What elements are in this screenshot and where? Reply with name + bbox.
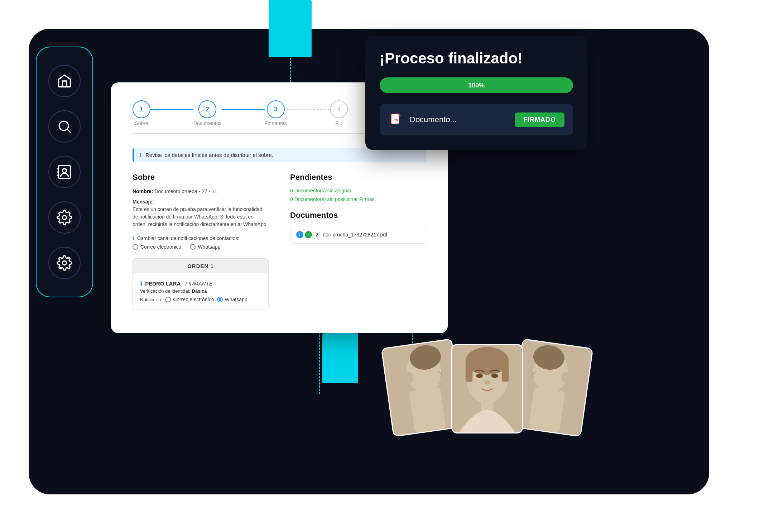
left-column: Sobre Nombre: Documento prueba - 27 - 11…: [133, 173, 269, 310]
cyan-decoration-top: [269, 0, 312, 57]
step-3-label: Firmantes: [265, 120, 287, 126]
dashed-line-bottom-left: [319, 322, 320, 394]
home-icon: [57, 73, 72, 89]
order-body: ℹ PEDRO LARA - FIRMANTE Verificación de …: [133, 273, 268, 310]
step-3: 3 Firmantes: [265, 100, 287, 126]
step-2: 2 Documentos: [193, 100, 222, 126]
progress-bar-fill: 100%: [380, 77, 573, 93]
face-silhouette-center: [452, 345, 522, 432]
sidebar-item-contacts[interactable]: [48, 156, 81, 188]
doc-item: ℹ ✓ 2 - doc-prueba_1732728217.pdf: [290, 226, 426, 244]
global-notif-radio-group: Correo electrónico Whatsapp: [133, 244, 269, 250]
doc-row-left: PDF Documento...: [388, 112, 457, 128]
doc-icons: ℹ ✓: [296, 231, 312, 238]
signed-doc-row: PDF Documento... FIRMADO: [380, 104, 573, 135]
step-1: 1 Sobre: [133, 100, 150, 126]
order-whatsapp-option[interactable]: Whatsapp: [217, 297, 247, 302]
face-photo-center: [451, 344, 523, 433]
svg-rect-24: [466, 361, 472, 382]
signed-doc-name: Documento...: [410, 115, 457, 124]
order-info-icon: ℹ: [140, 281, 142, 287]
global-whatsapp-radio[interactable]: [190, 244, 196, 250]
step-2-label: Documentos: [193, 120, 222, 126]
pendientes-title: Pendientes: [290, 173, 426, 182]
cyan-decoration-bottom: [322, 333, 358, 383]
order-verification: Verificación de identidad Básica: [140, 288, 261, 294]
svg-rect-25: [502, 361, 509, 382]
order-email-radio[interactable]: [165, 297, 171, 302]
step-4-label: P...: [335, 120, 342, 126]
pendientes-item-1: 0 Documento(s) sin asignar.: [290, 188, 426, 193]
settings-icon: [57, 210, 72, 225]
svg-line-1: [67, 129, 71, 133]
doc-badge-info: ℹ: [296, 231, 303, 238]
step-1-label: Sobre: [135, 120, 148, 126]
svg-point-10: [67, 257, 69, 259]
svg-point-29: [484, 381, 490, 385]
info-icon: ℹ: [140, 152, 142, 158]
svg-point-7: [63, 216, 67, 220]
svg-text:PDF: PDF: [393, 118, 399, 122]
order-whatsapp-radio[interactable]: [217, 297, 223, 302]
svg-point-0: [59, 121, 68, 130]
face-silhouette-right: [511, 340, 592, 436]
svg-point-28: [491, 374, 498, 378]
svg-point-9: [59, 267, 62, 269]
doc-badge-check: ✓: [305, 231, 312, 238]
notif-channel-label: ℹ Cambiar canal de notificaciones de con…: [133, 235, 269, 241]
step-3-circle: 3: [267, 100, 285, 118]
sidebar: [36, 47, 93, 297]
documentos-title: Documentos: [290, 211, 426, 220]
sidebar-item-home[interactable]: [48, 65, 81, 97]
sidebar-item-settings[interactable]: [48, 201, 81, 234]
svg-rect-35: [542, 390, 554, 405]
notif-channel: ℹ Cambiar canal de notificaciones de con…: [133, 235, 269, 250]
svg-point-8: [63, 261, 67, 265]
svg-point-27: [476, 374, 483, 378]
global-email-option[interactable]: Correo electrónico: [133, 244, 181, 250]
info-bar: ℹ Revise los detalles finales antes de d…: [133, 148, 426, 162]
content-columns: Sobre Nombre: Documento prueba - 27 - 11…: [133, 173, 426, 310]
progress-bar-background: 100%: [380, 77, 573, 93]
step-1-circle: 1: [133, 100, 150, 118]
right-column: Pendientes 0 Documento(s) sin asignar. 0…: [290, 173, 426, 310]
success-card: ¡Proceso finalizado! 100% PDF Documento.…: [365, 36, 587, 150]
step-2-circle: 2: [198, 100, 216, 118]
advanced-settings-icon: [57, 255, 72, 271]
success-title: ¡Proceso finalizado!: [380, 50, 573, 67]
step-connector-2: [222, 109, 265, 110]
nombre-field: Nombre: Documento prueba - 27 - 11: [133, 188, 269, 195]
pendientes-item-2: 0 Documento(s) sin posicionar Firmas.: [290, 196, 426, 202]
sidebar-item-advanced-settings[interactable]: [48, 247, 81, 279]
sidebar-item-search[interactable]: [48, 110, 81, 143]
notif-info-icon: ℹ: [133, 235, 134, 241]
step-connector-3: [287, 109, 330, 110]
order-person-name: ℹ PEDRO LARA - FIRMANTE: [140, 281, 261, 287]
signed-badge: FIRMADO: [515, 112, 564, 127]
pdf-icon: PDF: [388, 112, 404, 128]
order-header: ORDEN 1: [133, 259, 268, 273]
face-silhouette-left: [382, 340, 463, 436]
step-4: 4 P...: [330, 100, 348, 126]
order-email-option[interactable]: Correo electrónico: [165, 297, 214, 302]
global-whatsapp-option[interactable]: Whatsapp: [190, 244, 220, 250]
mensaje-field: Mensaje: Este es un correo de prueba par…: [133, 198, 269, 228]
face-photos-container: [380, 344, 595, 433]
step-4-circle: 4: [330, 100, 348, 118]
order-notify: Notificar a: Correo electrónico Whatsapp: [140, 297, 261, 302]
global-email-radio[interactable]: [133, 244, 138, 250]
search-icon: [57, 119, 72, 134]
contacts-icon: [57, 164, 72, 180]
sobre-title: Sobre: [133, 173, 269, 182]
svg-point-3: [63, 169, 67, 173]
doc-filename: 2 - doc-prueba_1732728217.pdf: [316, 232, 387, 238]
order-box: ORDEN 1 ℹ PEDRO LARA - FIRMANTE Verifica…: [133, 258, 269, 310]
svg-rect-20: [420, 390, 432, 405]
info-bar-text: Revise los detalles finales antes de dis…: [145, 152, 273, 158]
step-connector-1: [150, 109, 193, 110]
